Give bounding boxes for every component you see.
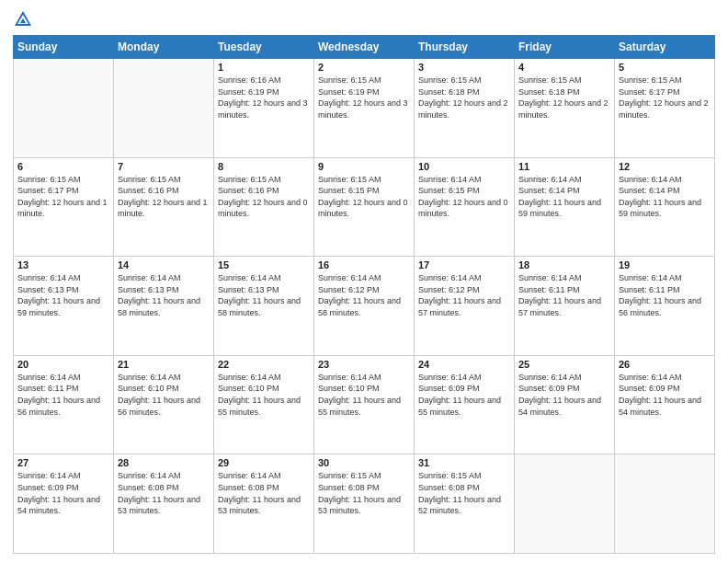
calendar-cell: 22Sunrise: 6:14 AM Sunset: 6:10 PM Dayli…: [214, 355, 314, 454]
day-info: Sunrise: 6:15 AM Sunset: 6:08 PM Dayligh…: [418, 470, 510, 516]
day-info: Sunrise: 6:14 AM Sunset: 6:10 PM Dayligh…: [318, 372, 410, 418]
calendar-cell: 6Sunrise: 6:15 AM Sunset: 6:17 PM Daylig…: [14, 157, 114, 257]
day-info: Sunrise: 6:14 AM Sunset: 6:11 PM Dayligh…: [619, 272, 711, 318]
day-info: Sunrise: 6:14 AM Sunset: 6:13 PM Dayligh…: [218, 272, 310, 318]
calendar-cell: 31Sunrise: 6:15 AM Sunset: 6:08 PM Dayli…: [415, 454, 515, 554]
day-info: Sunrise: 6:15 AM Sunset: 6:17 PM Dayligh…: [17, 174, 109, 220]
dow-header-saturday: Saturday: [615, 36, 715, 59]
day-info: Sunrise: 6:15 AM Sunset: 6:08 PM Dayligh…: [318, 470, 410, 516]
day-info: Sunrise: 6:15 AM Sunset: 6:15 PM Dayligh…: [318, 174, 410, 220]
day-number: 4: [518, 62, 610, 73]
dow-header-thursday: Thursday: [415, 36, 515, 59]
day-number: 21: [118, 359, 210, 370]
day-info: Sunrise: 6:16 AM Sunset: 6:19 PM Dayligh…: [218, 75, 310, 121]
day-number: 2: [318, 62, 410, 73]
calendar-cell: 1Sunrise: 6:16 AM Sunset: 6:19 PM Daylig…: [214, 59, 314, 158]
day-info: Sunrise: 6:14 AM Sunset: 6:11 PM Dayligh…: [518, 272, 610, 318]
day-info: Sunrise: 6:15 AM Sunset: 6:17 PM Dayligh…: [619, 75, 711, 121]
logo-icon: [13, 9, 33, 29]
day-number: 19: [619, 259, 711, 270]
day-number: 6: [17, 161, 109, 172]
day-number: 20: [17, 359, 109, 370]
page: SundayMondayTuesdayWednesdayThursdayFrid…: [0, 0, 728, 563]
calendar-cell: 4Sunrise: 6:15 AM Sunset: 6:18 PM Daylig…: [515, 59, 615, 158]
calendar-cell: [615, 454, 715, 554]
calendar-cell: 12Sunrise: 6:14 AM Sunset: 6:14 PM Dayli…: [615, 157, 715, 257]
calendar-cell: 23Sunrise: 6:14 AM Sunset: 6:10 PM Dayli…: [314, 355, 415, 454]
calendar-cell: 8Sunrise: 6:15 AM Sunset: 6:16 PM Daylig…: [214, 157, 314, 257]
day-info: Sunrise: 6:14 AM Sunset: 6:14 PM Dayligh…: [619, 174, 711, 220]
day-info: Sunrise: 6:14 AM Sunset: 6:08 PM Dayligh…: [118, 470, 210, 516]
day-info: Sunrise: 6:14 AM Sunset: 6:08 PM Dayligh…: [218, 470, 310, 516]
day-number: 28: [118, 457, 210, 468]
calendar-cell: 25Sunrise: 6:14 AM Sunset: 6:09 PM Dayli…: [515, 355, 615, 454]
day-number: 17: [418, 259, 510, 270]
day-info: Sunrise: 6:14 AM Sunset: 6:09 PM Dayligh…: [17, 470, 109, 516]
day-info: Sunrise: 6:14 AM Sunset: 6:09 PM Dayligh…: [418, 372, 510, 418]
day-number: 18: [518, 259, 610, 270]
day-number: 29: [218, 457, 310, 468]
day-number: 8: [218, 161, 310, 172]
week-row-4: 20Sunrise: 6:14 AM Sunset: 6:11 PM Dayli…: [14, 355, 715, 454]
day-number: 16: [318, 259, 410, 270]
day-info: Sunrise: 6:15 AM Sunset: 6:18 PM Dayligh…: [418, 75, 510, 121]
calendar-cell: 29Sunrise: 6:14 AM Sunset: 6:08 PM Dayli…: [214, 454, 314, 554]
day-info: Sunrise: 6:15 AM Sunset: 6:16 PM Dayligh…: [218, 174, 310, 220]
calendar-cell: [515, 454, 615, 554]
day-number: 22: [218, 359, 310, 370]
day-number: 27: [17, 457, 109, 468]
calendar-cell: 30Sunrise: 6:15 AM Sunset: 6:08 PM Dayli…: [314, 454, 415, 554]
calendar-cell: 13Sunrise: 6:14 AM Sunset: 6:13 PM Dayli…: [14, 257, 114, 356]
dow-header-sunday: Sunday: [14, 36, 114, 59]
week-row-1: 1Sunrise: 6:16 AM Sunset: 6:19 PM Daylig…: [14, 59, 715, 158]
day-number: 15: [218, 259, 310, 270]
calendar-cell: 15Sunrise: 6:14 AM Sunset: 6:13 PM Dayli…: [214, 257, 314, 356]
day-number: 23: [318, 359, 410, 370]
calendar-table: SundayMondayTuesdayWednesdayThursdayFrid…: [13, 35, 715, 554]
header: [13, 9, 715, 29]
day-number: 31: [418, 457, 510, 468]
day-info: Sunrise: 6:15 AM Sunset: 6:19 PM Dayligh…: [318, 75, 410, 121]
calendar-cell: 27Sunrise: 6:14 AM Sunset: 6:09 PM Dayli…: [14, 454, 114, 554]
calendar-cell: 26Sunrise: 6:14 AM Sunset: 6:09 PM Dayli…: [615, 355, 715, 454]
calendar-cell: 3Sunrise: 6:15 AM Sunset: 6:18 PM Daylig…: [415, 59, 515, 158]
calendar-cell: 16Sunrise: 6:14 AM Sunset: 6:12 PM Dayli…: [314, 257, 415, 356]
calendar-cell: 28Sunrise: 6:14 AM Sunset: 6:08 PM Dayli…: [114, 454, 214, 554]
day-number: 5: [619, 62, 711, 73]
day-number: 12: [619, 161, 711, 172]
calendar-cell: [14, 59, 114, 158]
calendar-body: 1Sunrise: 6:16 AM Sunset: 6:19 PM Daylig…: [14, 59, 715, 554]
calendar-cell: 21Sunrise: 6:14 AM Sunset: 6:10 PM Dayli…: [114, 355, 214, 454]
calendar-cell: 19Sunrise: 6:14 AM Sunset: 6:11 PM Dayli…: [615, 257, 715, 356]
calendar-cell: [114, 59, 214, 158]
day-info: Sunrise: 6:15 AM Sunset: 6:16 PM Dayligh…: [118, 174, 210, 220]
day-number: 10: [418, 161, 510, 172]
day-number: 3: [418, 62, 510, 73]
day-number: 30: [318, 457, 410, 468]
week-row-3: 13Sunrise: 6:14 AM Sunset: 6:13 PM Dayli…: [14, 257, 715, 356]
day-number: 26: [619, 359, 711, 370]
dow-header-monday: Monday: [114, 36, 214, 59]
calendar-cell: 5Sunrise: 6:15 AM Sunset: 6:17 PM Daylig…: [615, 59, 715, 158]
day-number: 25: [518, 359, 610, 370]
calendar-cell: 9Sunrise: 6:15 AM Sunset: 6:15 PM Daylig…: [314, 157, 415, 257]
day-number: 1: [218, 62, 310, 73]
dow-header-tuesday: Tuesday: [214, 36, 314, 59]
day-info: Sunrise: 6:14 AM Sunset: 6:13 PM Dayligh…: [17, 272, 109, 318]
logo: [13, 9, 35, 29]
calendar-cell: 20Sunrise: 6:14 AM Sunset: 6:11 PM Dayli…: [14, 355, 114, 454]
day-number: 24: [418, 359, 510, 370]
day-number: 9: [318, 161, 410, 172]
calendar-cell: 7Sunrise: 6:15 AM Sunset: 6:16 PM Daylig…: [114, 157, 214, 257]
dow-header-friday: Friday: [515, 36, 615, 59]
calendar-cell: 24Sunrise: 6:14 AM Sunset: 6:09 PM Dayli…: [415, 355, 515, 454]
calendar-cell: 11Sunrise: 6:14 AM Sunset: 6:14 PM Dayli…: [515, 157, 615, 257]
week-row-5: 27Sunrise: 6:14 AM Sunset: 6:09 PM Dayli…: [14, 454, 715, 554]
day-info: Sunrise: 6:14 AM Sunset: 6:09 PM Dayligh…: [518, 372, 610, 418]
calendar-cell: 17Sunrise: 6:14 AM Sunset: 6:12 PM Dayli…: [415, 257, 515, 356]
day-info: Sunrise: 6:14 AM Sunset: 6:09 PM Dayligh…: [619, 372, 711, 418]
day-info: Sunrise: 6:14 AM Sunset: 6:12 PM Dayligh…: [318, 272, 410, 318]
dow-header-wednesday: Wednesday: [314, 36, 415, 59]
day-info: Sunrise: 6:14 AM Sunset: 6:10 PM Dayligh…: [118, 372, 210, 418]
calendar-cell: 2Sunrise: 6:15 AM Sunset: 6:19 PM Daylig…: [314, 59, 415, 158]
